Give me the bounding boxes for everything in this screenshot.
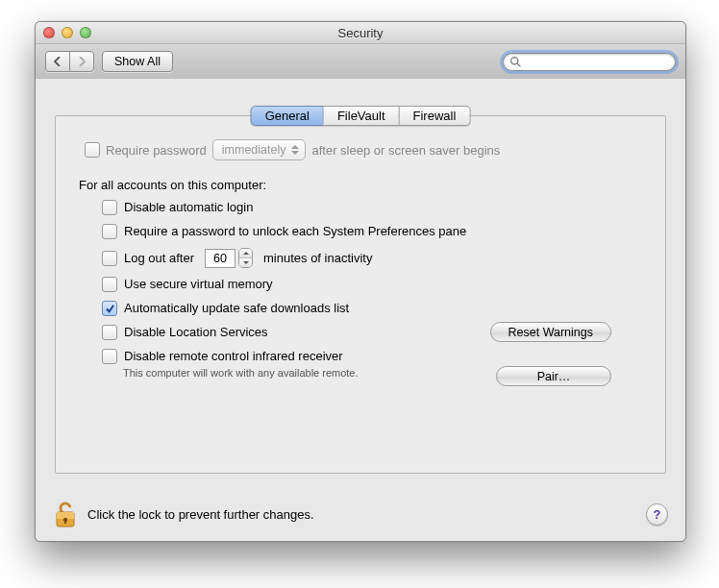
zoom-window-button[interactable] (80, 27, 91, 38)
lock-text: Click the lock to prevent further change… (87, 507, 314, 522)
close-window-button[interactable] (43, 27, 55, 38)
log-out-minutes-field (205, 248, 253, 268)
pair-button[interactable]: Pair… (496, 366, 611, 386)
require-password-label-after: after sleep or screen saver begins (311, 143, 500, 158)
secure-vm-row: Use secure virtual memory (102, 277, 642, 292)
checkmark-icon (105, 304, 115, 314)
search-field-wrap (503, 53, 676, 71)
content-area: General FileVault Firewall Require passw… (36, 79, 685, 541)
require-password-row: Require password immediately after sleep… (85, 139, 642, 160)
nav-back-forward (45, 51, 94, 72)
window: Security Show All (35, 21, 686, 542)
svg-line-1 (517, 63, 520, 66)
window-title: Security (36, 26, 685, 40)
disable-location-label: Disable Location Services (124, 325, 268, 339)
safe-downloads-row: Automatically update safe downloads list (102, 301, 642, 316)
log-out-row: Log out after minutes of inactivity (102, 248, 642, 268)
require-pw-prefs-checkbox[interactable] (102, 224, 117, 239)
tab-bar: General FileVault Firewall (251, 106, 471, 126)
footer: Click the lock to prevent further change… (36, 488, 685, 541)
disable-auto-login-row: Disable automatic login (102, 200, 642, 215)
search-input[interactable] (503, 53, 676, 71)
log-out-checkbox[interactable] (102, 251, 117, 266)
tab-firewall[interactable]: Firewall (400, 106, 471, 126)
settings-panel: Require password immediately after sleep… (55, 115, 666, 474)
require-pw-prefs-label: Require a password to unlock each System… (124, 224, 466, 238)
chevron-right-icon (78, 57, 86, 66)
log-out-minutes-stepper (238, 248, 253, 268)
disable-auto-login-checkbox[interactable] (102, 200, 117, 215)
disable-ir-hint: This computer will work with any availab… (123, 366, 373, 380)
chevron-left-icon (54, 57, 62, 66)
disable-auto-login-label: Disable automatic login (124, 200, 253, 214)
require-password-label: Require password (106, 143, 207, 158)
select-arrows-icon (289, 142, 301, 158)
safe-downloads-checkbox[interactable] (102, 301, 117, 316)
lock-icon[interactable] (53, 501, 78, 529)
log-out-minutes-step-down[interactable] (239, 257, 252, 267)
search-icon (509, 56, 522, 68)
require-password-delay-value: immediately (222, 143, 286, 157)
log-out-minutes-input[interactable] (205, 249, 236, 268)
disable-ir-row: Disable remote control infrared receiver… (102, 349, 642, 380)
log-out-minutes-step-up[interactable] (239, 249, 252, 257)
disable-ir-checkbox[interactable] (102, 349, 117, 364)
minimize-window-button[interactable] (62, 27, 73, 38)
tab-general[interactable]: General (251, 106, 324, 126)
disable-location-row: Disable Location Services Reset Warnings (102, 325, 642, 340)
tab-filevault[interactable]: FileVault (324, 106, 400, 126)
disable-location-checkbox[interactable] (102, 325, 117, 340)
require-pw-prefs-row: Require a password to unlock each System… (102, 224, 642, 239)
toolbar: Show All (36, 44, 685, 80)
section-label: For all accounts on this computer: (79, 178, 642, 192)
disable-ir-label: Disable remote control infrared receiver (124, 349, 343, 363)
show-all-button[interactable]: Show All (102, 51, 173, 72)
svg-point-0 (511, 57, 518, 63)
nav-forward-button[interactable] (69, 51, 94, 72)
nav-back-button[interactable] (45, 51, 69, 72)
require-password-checkbox[interactable] (85, 142, 100, 158)
svg-rect-5 (64, 520, 66, 524)
traffic-lights (43, 27, 91, 38)
log-out-label-after: minutes of inactivity (263, 251, 372, 265)
secure-vm-label: Use secure virtual memory (124, 277, 273, 291)
safe-downloads-label: Automatically update safe downloads list (124, 301, 349, 315)
require-password-delay-select[interactable]: immediately (212, 139, 307, 160)
secure-vm-checkbox[interactable] (102, 277, 117, 292)
options-group: Disable automatic login Require a passwo… (102, 200, 642, 380)
reset-warnings-button[interactable]: Reset Warnings (490, 322, 611, 342)
titlebar: Security (36, 22, 685, 44)
log-out-label-before: Log out after (124, 251, 194, 265)
help-button[interactable]: ? (646, 503, 668, 526)
